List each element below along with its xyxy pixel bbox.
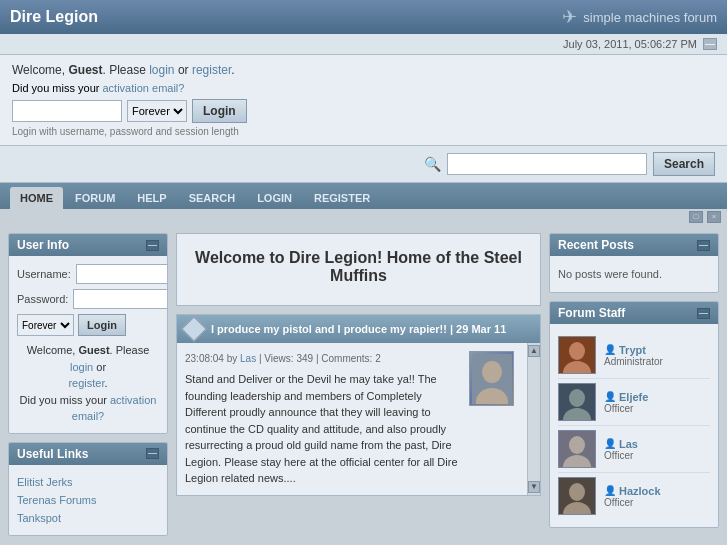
staff-item-las: 👤 Las Officer	[558, 426, 710, 473]
user-info-panel-body: Username: Password: Forever Login Welcom…	[9, 256, 167, 433]
nav-search[interactable]: SEARCH	[179, 187, 245, 209]
search-button[interactable]: Search	[653, 152, 715, 176]
staff-name-las: 👤 Las	[604, 438, 710, 450]
svg-point-7	[569, 389, 585, 407]
useful-links-minimize-btn[interactable]: —	[146, 448, 159, 459]
staff-info-trypt: 👤 Trypt Administrator	[604, 344, 710, 367]
forum-staff-panel: Forum Staff — 👤 Trypt	[549, 301, 719, 528]
svg-point-1	[482, 361, 502, 383]
plane-icon: ✈	[562, 6, 577, 28]
useful-links-panel: Useful Links — Elitist Jerks Terenas For…	[8, 442, 168, 536]
list-item: Tankspot	[17, 509, 159, 527]
topbar: July 03, 2011, 05:06:27 PM —	[0, 34, 727, 55]
smf-branding: ✈ simple machines forum	[562, 6, 717, 28]
user-icon-eljefe: 👤	[604, 391, 616, 402]
staff-link-hazlock[interactable]: Hazlock	[619, 485, 661, 497]
staff-link-trypt[interactable]: Trypt	[619, 344, 646, 356]
sidebar-welcome-text: Welcome, Guest. Please login or register…	[17, 342, 159, 425]
left-sidebar: User Info — Username: Password: Forever …	[8, 233, 168, 536]
register-link[interactable]: register	[192, 63, 231, 77]
nav-home[interactable]: HOME	[10, 187, 63, 209]
win-close-btn[interactable]: ×	[707, 211, 721, 223]
user-info-minimize-btn[interactable]: —	[146, 240, 159, 251]
staff-item-eljefe: 👤 Eljefe Officer	[558, 379, 710, 426]
win-restore-btn[interactable]: □	[689, 211, 703, 223]
staff-role-hazlock: Officer	[604, 497, 710, 508]
forum-staff-title: Forum Staff	[558, 306, 625, 320]
welcome-title: Welcome to Dire Legion! Home of the Stee…	[192, 249, 525, 285]
activation-link[interactable]: activation email?	[102, 82, 184, 94]
staff-info-eljefe: 👤 Eljefe Officer	[604, 391, 710, 414]
recent-posts-panel-header: Recent Posts —	[550, 234, 718, 256]
sidebar-username-input[interactable]	[76, 264, 168, 284]
user-info-panel: User Info — Username: Password: Forever …	[8, 233, 168, 434]
link-elitist-jerks[interactable]: Elitist Jerks	[17, 476, 73, 488]
staff-avatar-eljefe	[558, 383, 596, 421]
forum-staff-minimize-btn[interactable]: —	[697, 308, 710, 319]
nav-forum[interactable]: FORUM	[65, 187, 125, 209]
login-link[interactable]: login	[149, 63, 174, 77]
staff-link-las[interactable]: Las	[619, 438, 638, 450]
link-terenas-forums[interactable]: Terenas Forums	[17, 494, 96, 506]
login-welcome-text: Welcome, Guest. Please login or register…	[12, 63, 715, 77]
nav-register[interactable]: REGISTER	[304, 187, 380, 209]
sidebar-session-select[interactable]: Forever	[17, 314, 74, 336]
post-text: Stand and Deliver or the Devil he may ta…	[185, 371, 461, 487]
site-title: Dire Legion	[10, 8, 98, 26]
user-icon-las: 👤	[604, 438, 616, 449]
post-author-link[interactable]: Las	[240, 353, 256, 364]
post-title-link[interactable]: I produce my pistol and I produce my rap…	[211, 323, 532, 335]
list-item: Terenas Forums	[17, 491, 159, 509]
recent-posts-minimize-btn[interactable]: —	[697, 240, 710, 251]
user-info-panel-header: User Info —	[9, 234, 167, 256]
post-content-wrapper: 23:08:04 by Las | Views: 349 | Comments:…	[177, 343, 540, 495]
recent-posts-panel: Recent Posts — No posts were found.	[549, 233, 719, 293]
sidebar-guest-label: Guest	[78, 344, 109, 356]
no-posts-text: No posts were found.	[558, 264, 710, 284]
login-button[interactable]: Login	[192, 99, 247, 123]
svg-point-10	[569, 436, 585, 454]
staff-role-las: Officer	[604, 450, 710, 461]
sidebar-login-link[interactable]: login	[70, 361, 93, 373]
staff-item-trypt: 👤 Trypt Administrator	[558, 332, 710, 379]
staff-link-eljefe[interactable]: Eljefe	[619, 391, 648, 403]
recent-posts-panel-body: No posts were found.	[550, 256, 718, 292]
search-icon: 🔍	[424, 156, 441, 172]
username-label: Username:	[17, 268, 71, 280]
user-info-controls: Forever Login	[17, 314, 159, 336]
right-sidebar: Recent Posts — No posts were found. Foru…	[549, 233, 719, 536]
post-panel: I produce my pistol and I produce my rap…	[176, 314, 541, 496]
staff-name-trypt: 👤 Trypt	[604, 344, 710, 356]
useful-links-title: Useful Links	[17, 447, 88, 461]
staff-role-eljefe: Officer	[604, 403, 710, 414]
link-tankspot[interactable]: Tankspot	[17, 512, 61, 524]
search-bar: 🔍 Search	[0, 146, 727, 183]
staff-role-trypt: Administrator	[604, 356, 710, 367]
useful-links-panel-header: Useful Links —	[9, 443, 167, 465]
session-length-select[interactable]: Forever	[127, 100, 187, 122]
username-input[interactable]	[12, 100, 122, 122]
user-icon-trypt: 👤	[604, 344, 616, 355]
login-area: Welcome, Guest. Please login or register…	[0, 55, 727, 146]
useful-links-panel-body: Elitist Jerks Terenas Forums Tankspot	[9, 465, 167, 535]
main-content: User Info — Username: Password: Forever …	[0, 225, 727, 544]
scroll-up-btn[interactable]: ▲	[528, 345, 540, 357]
nav-help[interactable]: HELP	[127, 187, 176, 209]
sidebar-register-link[interactable]: register	[68, 377, 104, 389]
guest-label: Guest	[68, 63, 102, 77]
sidebar-password-input[interactable]	[73, 289, 168, 309]
topbar-minimize-btn[interactable]: —	[703, 38, 717, 50]
sidebar-login-button[interactable]: Login	[78, 314, 126, 336]
post-body-text: 23:08:04 by Las | Views: 349 | Comments:…	[185, 351, 461, 487]
navbar: HOME FORUM HELP SEARCH LOGIN REGISTER	[0, 183, 727, 209]
svg-point-13	[569, 483, 585, 501]
staff-info-las: 👤 Las Officer	[604, 438, 710, 461]
center-content: Welcome to Dire Legion! Home of the Stee…	[176, 233, 541, 536]
staff-avatar-hazlock	[558, 477, 596, 515]
user-icon-hazlock: 👤	[604, 485, 616, 496]
post-avatar	[469, 351, 519, 487]
scroll-down-btn[interactable]: ▼	[528, 481, 540, 493]
nav-login[interactable]: LOGIN	[247, 187, 302, 209]
post-diamond-icon	[181, 316, 206, 341]
search-input[interactable]	[447, 153, 647, 175]
